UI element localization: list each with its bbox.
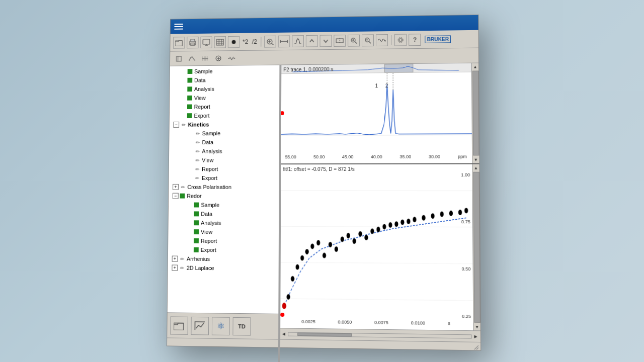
svg-point-75 xyxy=(431,213,434,219)
tree-item-export-k[interactable]: ✏ Export xyxy=(169,173,279,183)
svg-line-24 xyxy=(355,41,357,43)
down-button[interactable] xyxy=(320,35,332,47)
x-axis-bottom: 0.0025 0.0050 0.0075 0.0100 s xyxy=(279,317,473,328)
monitor-button[interactable] xyxy=(200,36,212,48)
tree-item-cross-pol[interactable]: + ✏ Cross Polarisation xyxy=(169,183,279,192)
peaks-button[interactable] xyxy=(292,35,304,47)
pencil-icon-arr: ✏ xyxy=(179,256,185,262)
expand-redor[interactable]: − xyxy=(173,193,179,199)
chart-tool-5[interactable] xyxy=(226,52,238,64)
hamburger-menu[interactable] xyxy=(174,24,183,30)
svg-point-65 xyxy=(364,235,368,240)
chart-top-peaks: 1 2 xyxy=(375,83,388,88)
tree-item-view-1[interactable]: View xyxy=(170,93,280,103)
tree-item-2d-laplace[interactable]: + ✏ 2D Laplace xyxy=(168,263,279,273)
svg-point-64 xyxy=(358,231,362,237)
svg-rect-2 xyxy=(191,39,195,41)
expand-2d-laplace[interactable]: + xyxy=(172,265,178,271)
tree-item-sample-r[interactable]: Sample xyxy=(169,201,279,210)
tree-item-redor[interactable]: − Redor xyxy=(169,192,279,201)
record-button[interactable] xyxy=(228,36,240,48)
expand-button[interactable] xyxy=(334,35,346,47)
td-button[interactable]: TD xyxy=(232,317,251,335)
chart-tool-1[interactable] xyxy=(173,53,185,65)
bottom-chart: fit/1: offset = -0.075, D = 872 1/s ▲ ▼ xyxy=(279,164,480,331)
tree-item-kinetics[interactable]: − ✏ Kinetics xyxy=(170,120,280,129)
svg-point-71 xyxy=(400,220,404,225)
bottom-chart-scrollbar: ▲ ▼ xyxy=(472,164,480,331)
tree-label: View xyxy=(194,95,206,101)
chart-tool-4[interactable] xyxy=(212,52,224,64)
molecule-button[interactable]: ⚛ xyxy=(212,317,230,335)
zoom-out-button[interactable] xyxy=(362,34,374,46)
zoom-all-button[interactable] xyxy=(278,35,290,47)
expand-kinetics[interactable]: − xyxy=(173,122,179,128)
tree-item-data-r[interactable]: Data xyxy=(169,209,279,219)
tree-item-sample-1[interactable]: Sample xyxy=(170,66,280,76)
horizontal-scrollbar[interactable] xyxy=(288,332,472,338)
tree-label: Sample xyxy=(201,202,219,208)
tree-item-data-k[interactable]: ✏ Data xyxy=(169,138,280,147)
zoom-in-button[interactable] xyxy=(348,34,360,46)
tree-label: Cross Polarisation xyxy=(187,184,231,190)
pencil-icon-ek: ✏ xyxy=(194,175,200,181)
svg-point-50 xyxy=(282,303,286,309)
tree-item-report-1[interactable]: Report xyxy=(170,102,280,111)
tree-item-export-1[interactable]: Export xyxy=(170,111,280,120)
svg-rect-4 xyxy=(203,39,210,44)
tree-item-view-r[interactable]: View xyxy=(168,227,279,237)
settings-button[interactable] xyxy=(394,34,407,46)
main-window: *2 /2 xyxy=(167,15,481,351)
scroll-thumb-bottom[interactable] xyxy=(473,172,480,323)
scroll-up-arrow-2[interactable]: ▲ xyxy=(472,164,479,171)
expand-arrhenius[interactable]: + xyxy=(172,256,178,262)
tree-item-analysis-1[interactable]: Analysis xyxy=(170,84,280,94)
scroll-down-arrow[interactable]: ▼ xyxy=(472,156,479,163)
up-button[interactable] xyxy=(306,35,318,47)
pencil-icon: ✏ xyxy=(181,122,187,128)
tree-label: Data xyxy=(202,139,213,145)
graph-button[interactable] xyxy=(191,316,209,335)
scroll-up-arrow[interactable]: ▲ xyxy=(471,63,478,70)
svg-point-73 xyxy=(413,217,416,222)
svg-point-74 xyxy=(422,215,425,221)
tree-item-view-k[interactable]: ✏ View xyxy=(169,155,280,164)
tree-label: Kinetics xyxy=(188,122,209,128)
tree-item-export-r[interactable]: Export xyxy=(168,245,279,255)
scroll-left-btn[interactable]: ◄ xyxy=(281,331,286,336)
chart-tool-2[interactable] xyxy=(186,52,198,64)
tree-item-arrhenius[interactable]: + ✏ Arrhenius xyxy=(168,254,279,264)
pencil-icon-rk: ✏ xyxy=(194,166,200,172)
grid-button[interactable] xyxy=(214,36,226,48)
sep2 xyxy=(391,35,391,45)
wave-button[interactable] xyxy=(376,34,388,46)
svg-point-12 xyxy=(232,40,236,44)
tree-item-report-k[interactable]: ✏ Report xyxy=(169,164,280,173)
svg-point-60 xyxy=(335,246,338,252)
print-button[interactable] xyxy=(187,36,198,48)
top-chart: F2 trace 1, 0.000200 s 1 2 xyxy=(280,63,479,165)
expand-cross-pol[interactable]: + xyxy=(173,184,179,190)
x-label-0025: 0.0025 xyxy=(301,319,315,324)
scroll-down-arrow-2[interactable]: ▼ xyxy=(473,323,480,331)
scroll-thumb-top[interactable] xyxy=(472,71,478,156)
pencil-icon-vk: ✏ xyxy=(195,157,201,163)
tree-item-analysis-k[interactable]: ✏ Analysis xyxy=(169,146,280,155)
svg-rect-42 xyxy=(174,323,184,330)
tree-view[interactable]: Sample Data Analysis xyxy=(168,65,280,314)
tree-item-report-r[interactable]: Report xyxy=(168,236,279,246)
chart-tool-3[interactable] xyxy=(199,52,211,64)
tree-item-data-1[interactable]: Data xyxy=(170,75,280,85)
help-button[interactable]: ? xyxy=(409,34,421,46)
peak-label-2: 2 xyxy=(385,83,388,88)
tree-item-analysis-r[interactable]: Analysis xyxy=(169,218,280,228)
svg-point-67 xyxy=(376,227,380,232)
svg-point-52 xyxy=(291,276,294,282)
open-file-button[interactable] xyxy=(170,316,188,335)
scroll-right-btn[interactable]: ► xyxy=(473,333,478,339)
zoom-fit-button[interactable] xyxy=(264,35,276,47)
open-folder-button[interactable] xyxy=(173,37,185,49)
tree-label: Report xyxy=(194,104,210,110)
tree-item-sample-k[interactable]: ✏ Sample xyxy=(169,129,279,138)
svg-line-81 xyxy=(476,347,478,349)
